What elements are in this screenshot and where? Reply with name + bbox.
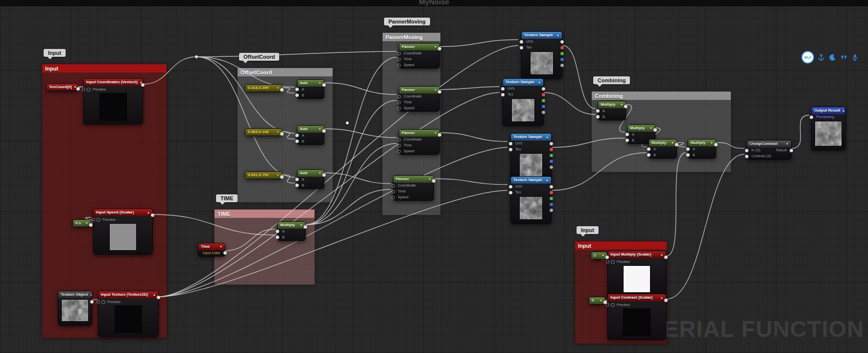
output-pin[interactable] [89, 223, 93, 227]
output-pin-rgb[interactable] [550, 142, 553, 145]
input-pin-tex[interactable] [520, 46, 523, 49]
output-pin[interactable] [624, 105, 627, 108]
output-pin-rgb[interactable] [542, 87, 545, 91]
input-pin-uvs[interactable] [501, 87, 505, 91]
collapse-down-icon[interactable]: ▼ [219, 244, 222, 249]
node-output-result[interactable]: Output Result▲Previewing [811, 107, 845, 150]
input-pin-uvs[interactable] [509, 185, 512, 188]
node-header[interactable]: 0▼ [589, 297, 605, 304]
output-pin-b[interactable] [542, 105, 545, 108]
node-input-coordinates[interactable]: Input Coordinates (Vector2)▲Preview [83, 78, 143, 124]
collapse-down-icon[interactable]: ▼ [318, 127, 321, 132]
input-pin-b[interactable] [647, 153, 651, 157]
wire[interactable] [143, 57, 196, 84]
radio-icon[interactable] [611, 260, 615, 264]
collapse-up-icon[interactable]: ▲ [660, 252, 663, 257]
input-pin-tex[interactable] [509, 148, 512, 151]
input-pin-a[interactable] [276, 230, 279, 233]
node-header[interactable]: Panner▼ [393, 176, 434, 183]
collapse-down-icon[interactable]: ▼ [434, 131, 437, 136]
wire[interactable] [666, 154, 745, 299]
wire[interactable] [440, 87, 500, 90]
collapse-down-icon[interactable]: ▼ [650, 126, 652, 131]
wire[interactable] [440, 40, 518, 47]
output-pin[interactable] [322, 173, 326, 177]
output-pin[interactable] [438, 47, 441, 50]
node-header[interactable]: Output Result▲ [812, 107, 845, 114]
collapse-down-icon[interactable]: ▼ [428, 177, 431, 182]
output-pin-r[interactable] [560, 46, 564, 49]
output-pin-g[interactable] [542, 99, 545, 102]
collapse-up-icon[interactable]: ▲ [546, 178, 549, 183]
wire[interactable] [792, 115, 809, 148]
output-pin[interactable] [157, 296, 160, 299]
quotes-icon[interactable] [840, 53, 848, 62]
node-header[interactable]: Panner▼ [399, 44, 439, 50]
wire[interactable] [196, 51, 397, 57]
node-header[interactable]: CheapContrast▼ [747, 141, 791, 147]
node-header[interactable]: Multiply▼ [627, 125, 655, 132]
output-pin-b[interactable] [550, 203, 553, 206]
input-pin[interactable] [606, 260, 609, 263]
output-pin-g[interactable] [550, 154, 553, 157]
output-pin-a[interactable] [550, 165, 553, 169]
input-pin-a[interactable] [596, 109, 600, 113]
node-header[interactable]: Panner▼ [399, 130, 439, 137]
reroute-node[interactable] [346, 121, 349, 124]
collapse-down-icon[interactable]: ▼ [318, 81, 321, 86]
node-header[interactable]: Texture Sample▲ [511, 134, 551, 141]
collapse-down-icon[interactable]: ▼ [602, 253, 604, 258]
wire[interactable] [434, 179, 507, 185]
anchor-icon[interactable] [817, 53, 825, 62]
output-pin[interactable] [280, 132, 284, 136]
collapse-down-icon[interactable]: ▼ [710, 141, 713, 145]
input-pin-b[interactable] [686, 153, 690, 157]
material-graph-canvas[interactable]: InputOffsetCoordPannerMovingTIMECombinin… [0, 0, 868, 353]
node-header[interactable]: Input Multiply (Scalar)▲ [608, 251, 666, 258]
radio-icon[interactable] [96, 218, 100, 222]
node-header[interactable]: 1▼ [591, 252, 607, 259]
node-panner-2[interactable]: Panner▼CoordinateTimeSpeed [399, 86, 440, 112]
collapse-down-icon[interactable]: ▼ [300, 223, 303, 228]
microphone-icon[interactable] [851, 53, 859, 62]
wire[interactable] [306, 100, 397, 225]
output-pin[interactable] [675, 143, 678, 146]
node-input-texture[interactable]: Input Texture (Texture2D)▲Preview [98, 291, 159, 337]
input-pin-b[interactable] [295, 94, 299, 97]
node-header[interactable]: Time▼ [198, 243, 225, 250]
output-pin-b[interactable] [560, 58, 564, 61]
input-pin-b[interactable] [276, 235, 279, 239]
node-const-zero[interactable]: 0▼ [589, 297, 605, 305]
input-pin-time[interactable] [391, 190, 395, 193]
output-pin[interactable] [304, 225, 307, 229]
collapse-down-icon[interactable]: ▼ [434, 45, 437, 49]
output-pin[interactable] [714, 143, 718, 146]
input-pin-a[interactable] [295, 88, 299, 91]
wire[interactable] [282, 175, 295, 183]
output-pin-r[interactable] [550, 191, 553, 194]
wire[interactable] [552, 138, 625, 147]
output-pin-a[interactable] [542, 111, 545, 114]
output-pin-b[interactable] [550, 160, 553, 163]
input-pin[interactable] [96, 300, 100, 304]
node-const-offset-a[interactable]: 0.418,0.395▼ [245, 84, 282, 92]
node-texture-sample-4[interactable]: Texture Sample▲UVsTex [510, 176, 552, 224]
output-pin-r[interactable] [542, 93, 545, 96]
collapse-up-icon[interactable]: ▲ [660, 295, 663, 300]
wire[interactable] [153, 214, 275, 235]
node-texcoord[interactable]: TexCoord[0]▼ [46, 83, 78, 91]
input-pin-coordinate[interactable] [391, 184, 395, 188]
node-texture-sample-3[interactable]: Texture Sample▲UVsTex [510, 133, 552, 181]
node-header[interactable]: Multiply▼ [598, 101, 626, 108]
wire[interactable] [324, 83, 397, 94]
input-pin-coordinate[interactable] [397, 138, 401, 141]
node-panner-1[interactable]: Panner▼CoordinateTimeSpeed [399, 43, 440, 69]
output-pin[interactable] [432, 179, 435, 183]
node-header[interactable]: Multiply▼ [649, 140, 676, 146]
wire[interactable] [716, 142, 745, 148]
output-pin-a[interactable] [560, 64, 564, 67]
output-pin[interactable] [141, 83, 145, 87]
node-time-node[interactable]: Time▼Input Data [198, 243, 225, 257]
node-add-2[interactable]: Add▼AB [297, 125, 324, 145]
radio-icon[interactable] [87, 88, 91, 92]
